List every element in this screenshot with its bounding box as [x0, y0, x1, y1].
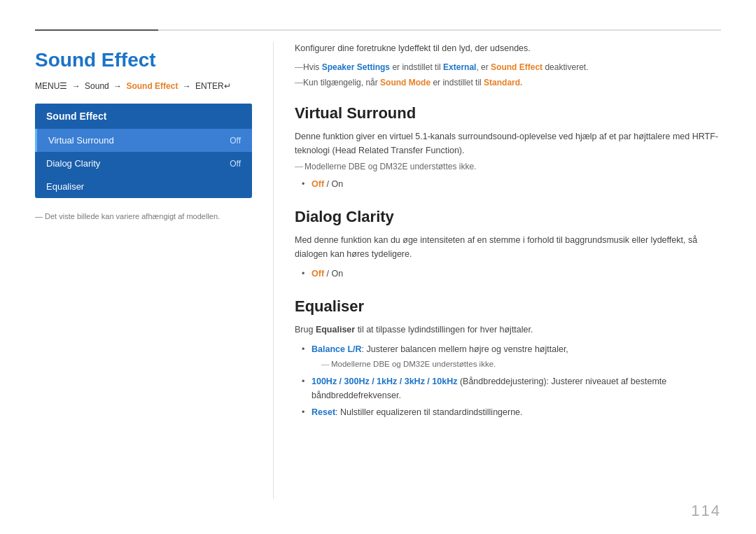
virtual-surround-value: Off — [230, 136, 241, 146]
dialog-clarity-option: Off / On — [302, 265, 721, 282]
virtual-surround-bullets: Off / On — [302, 176, 721, 192]
dialog-clarity-label: Dialog Clarity — [46, 158, 100, 169]
menu-item-virtual-surround[interactable]: Virtual Surround Off — [35, 129, 252, 152]
breadcrumb-soundeffect: Sound Effect — [126, 81, 178, 91]
intro-text: Konfigurer dine foretrukne lydeffekt til… — [295, 42, 721, 55]
virtual-surround-body: Denne funktion giver en virtuel 5.1-kana… — [295, 129, 721, 157]
equaliser-reset: Reset: Nulstiller equalizeren til standa… — [302, 404, 721, 421]
menu-symbol: ☰ — [59, 81, 67, 91]
left-panel: Sound Effect MENU☰ → Sound → Sound Effec… — [35, 42, 273, 499]
right-panel: Konfigurer dine foretrukne lydeffekt til… — [273, 42, 721, 499]
virtual-surround-label: Virtual Surround — [48, 135, 114, 146]
breadcrumb-enter: ENTER — [195, 81, 224, 91]
equaliser-frequencies: 100Hz / 300Hz / 1kHz / 3kHz / 10kHz (Bån… — [302, 373, 721, 404]
equaliser-label: Equaliser — [46, 181, 84, 192]
note-speaker-settings: Hvis Speaker Settings er indstillet til … — [295, 61, 721, 73]
menu-label: MENU — [35, 81, 59, 91]
sound-effect-highlight: Sound Effect — [491, 62, 542, 72]
image-note: Det viste billede kan variere afhængigt … — [35, 212, 252, 220]
top-border — [35, 29, 721, 31]
equaliser-bullets: Balance L/R: Justerer balancen mellem hø… — [302, 341, 721, 421]
virtual-surround-note: Modellerne DBE og DM32E understøttes ikk… — [295, 162, 721, 171]
menu-item-dialog-clarity[interactable]: Dialog Clarity Off — [35, 152, 252, 175]
virtual-surround-option: Off / On — [302, 176, 721, 192]
speaker-settings-highlight: Speaker Settings — [322, 62, 390, 72]
page-number: 114 — [691, 502, 721, 520]
dialog-clarity-bullets: Off / On — [302, 265, 721, 282]
menu-box: Sound Effect Virtual Surround Off Dialog… — [35, 104, 252, 198]
balance-subnote: Modellerne DBE og DM32E understøttes ikk… — [312, 358, 721, 370]
breadcrumb-sound: Sound — [85, 81, 109, 91]
virtual-surround-section-title: Virtual Surround — [295, 104, 721, 122]
breadcrumb: MENU☰ → Sound → Sound Effect → ENTER↵ — [35, 81, 252, 91]
equaliser-body: Brug Equaliser til at tilpasse lydindsti… — [295, 323, 721, 337]
equaliser-section-title: Equaliser — [295, 297, 721, 316]
page-title: Sound Effect — [35, 49, 252, 71]
note-sound-mode: Kun tilgængelig, når Sound Mode er indst… — [295, 76, 721, 89]
external-highlight: External — [443, 62, 476, 72]
standard-highlight: Standard. — [484, 78, 522, 87]
dialog-clarity-body: Med denne funktion kan du øge intensitet… — [295, 233, 721, 261]
dialog-clarity-value: Off — [230, 159, 241, 169]
equaliser-balance: Balance L/R: Justerer balancen mellem hø… — [302, 341, 721, 373]
sound-mode-highlight: Sound Mode — [380, 78, 430, 87]
menu-item-equaliser[interactable]: Equaliser — [35, 175, 252, 198]
dialog-clarity-section-title: Dialog Clarity — [295, 208, 721, 226]
menu-header: Sound Effect — [35, 104, 252, 129]
page-content: Sound Effect MENU☰ → Sound → Sound Effec… — [35, 42, 721, 499]
